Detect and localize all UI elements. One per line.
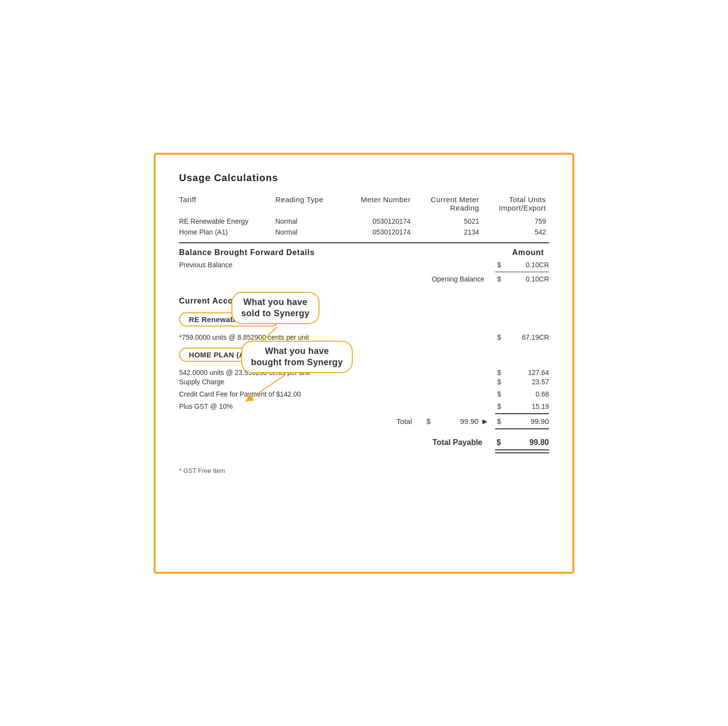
divider-1: [179, 242, 549, 243]
tariff2-box-wrapper: HOME PLAN (A1) TARIFF: [179, 348, 549, 366]
previous-balance-dollar: $: [491, 261, 501, 269]
opening-balance-row: Opening Balance $ 0.10CR: [179, 275, 549, 283]
total-payable-row: Total Payable $ 99.80: [179, 438, 549, 447]
current-reading-2: 2134: [413, 227, 482, 237]
payable-underline-2: [179, 451, 549, 453]
tariff2-dollar-1: $: [491, 378, 501, 386]
callout-bought-line1: What you have: [265, 346, 329, 356]
total-row: Total $ 99.90 ▶ $ 99.90: [179, 417, 549, 425]
tariff1-detail-row: *759.0000 units @ 8.852900 cents per uni…: [179, 333, 549, 341]
total-payable-label: Total Payable: [432, 438, 482, 447]
total-payable-amount: 99.80: [505, 438, 549, 447]
tariff-2: Home Plan (A1): [179, 227, 275, 237]
total-label: Total: [396, 417, 412, 425]
callout-sold-line1: What you have: [243, 297, 307, 307]
gst-dollar: $: [491, 402, 501, 410]
tariff2-row-0: 542.0000 units @ 23.550200 cents per uni…: [179, 369, 549, 376]
tariff2-label-1: Supply Charge: [179, 378, 491, 386]
opening-balance-dollar: $: [491, 275, 501, 283]
col-tariff: Tariff: [179, 193, 275, 216]
opening-balance-label: Opening Balance: [432, 275, 484, 283]
usage-table: Tariff Reading Type Meter Number Current…: [179, 193, 549, 237]
tariff2-dollar-0: $: [491, 369, 501, 376]
meter-number-2: 0530120174: [343, 227, 414, 237]
tariff1-amount: 67.19CR: [505, 333, 549, 341]
tariff2-amounts-1: $ 23.57: [491, 378, 549, 386]
prev-balance-underline: [179, 271, 549, 272]
meter-number-1: 0530120174: [343, 216, 414, 227]
credit-card-amounts: $ 0.68: [491, 390, 549, 398]
usage-row-2: Home Plan (A1) Normal 0530120174 2134 54…: [179, 227, 549, 237]
balance-forward-title: Balance Brought Forward Details: [179, 248, 315, 257]
total-dollar2: $: [491, 417, 501, 425]
callout-sold-container: What you have sold to Synergy: [231, 292, 319, 325]
tariff2-amounts-0: $ 127.64: [491, 369, 549, 376]
usage-row-1: RE Renewable Energy Normal 0530120174 50…: [179, 216, 549, 227]
credit-card-label: Credit Card Fee for Payment of $142.00: [179, 390, 491, 398]
col-meter-number: Meter Number: [343, 193, 414, 216]
col-total-units: Total UnitsImport/Export: [482, 193, 549, 216]
credit-card-amount: 0.68: [505, 390, 549, 398]
gst-amounts: $ 15.19: [491, 402, 549, 410]
opening-balance-amount: 0.10CR: [505, 275, 549, 283]
gst-note: * GST Free Item: [179, 467, 549, 474]
balance-forward-section: Balance Brought Forward Details Amount P…: [179, 248, 549, 283]
previous-balance-label: Previous Balance: [179, 261, 491, 269]
tariff2-amount-1: 23.57: [505, 378, 549, 386]
total-units-1: 759: [482, 216, 549, 227]
col-current-meter: Current MeterReading: [413, 193, 482, 216]
total-amount2: 99.90: [505, 417, 549, 425]
tariff2-row-1: Supply Charge $ 23.57: [179, 378, 549, 386]
section-title: Usage Calculations: [179, 172, 549, 184]
credit-card-dollar: $: [491, 390, 501, 398]
payable-underline-1: [179, 448, 549, 450]
gst-row: Plus GST @ 10% $ 15.19: [179, 402, 549, 410]
tariff-1: RE Renewable Energy: [179, 216, 275, 227]
total-arrow: ▶: [482, 418, 487, 425]
callout-sold-bubble: What you have sold to Synergy: [231, 292, 319, 325]
current-reading-1: 5021: [413, 216, 482, 227]
total-dollar: $: [421, 417, 431, 425]
balance-header: Balance Brought Forward Details Amount: [179, 248, 549, 257]
gst-label: Plus GST @ 10%: [179, 402, 491, 410]
gst-amount: 15.19: [505, 402, 549, 410]
callout-bought-line2: bought from Synergy: [251, 357, 343, 367]
tariff1-amounts: $ 67.19CR: [491, 333, 549, 341]
callout-sold-line2: sold to Synergy: [241, 308, 310, 318]
total-amount: 99.90: [434, 417, 478, 425]
previous-balance-amount: 0.10CR: [505, 261, 549, 269]
reading-type-1: Normal: [275, 216, 343, 227]
total-payable-dollar: $: [491, 438, 501, 447]
credit-card-row: Credit Card Fee for Payment of $142.00 $…: [179, 390, 549, 398]
tariff2-amount-0: 127.64: [505, 369, 549, 376]
bill-container: Usage Calculations Tariff Reading Type M…: [154, 153, 574, 574]
total-units-2: 542: [482, 227, 549, 237]
previous-balance-row: Previous Balance $ 0.10CR: [179, 261, 549, 269]
col-reading-type: Reading Type: [275, 193, 343, 216]
reading-type-2: Normal: [275, 227, 343, 237]
tariff1-detail-label: *759.0000 units @ 8.852900 cents per uni…: [179, 333, 491, 341]
tariff1-dollar: $: [491, 333, 501, 341]
amount-label: Amount: [512, 248, 549, 257]
callout-bought-bubble: What you have bought from Synergy: [241, 341, 353, 374]
callout-bought-container: What you have bought from Synergy: [241, 341, 353, 374]
before-total-underline: [179, 412, 549, 414]
